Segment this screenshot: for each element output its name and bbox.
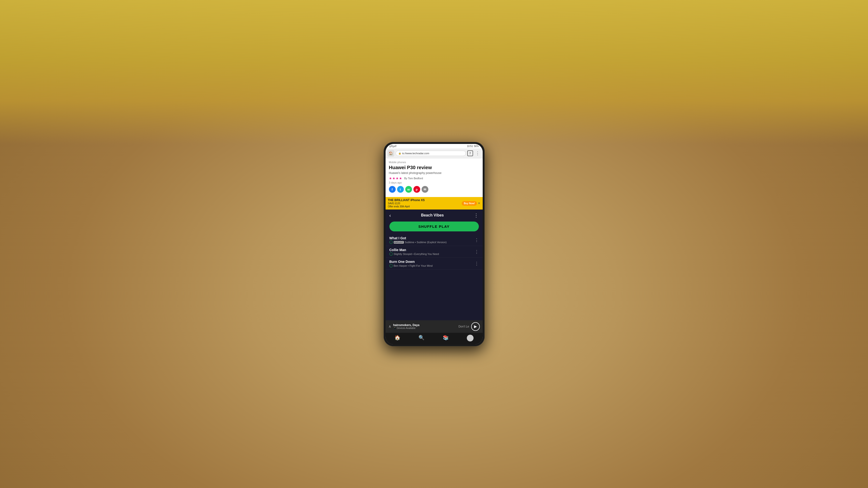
song-meta: ↓ Slightly Stoopid • Everything You Need: [390, 252, 472, 256]
phone-device: giffgaff 10:51 56% 🏠 🔒 is://www.techrada…: [384, 142, 485, 346]
pinterest-share-icon[interactable]: p: [413, 186, 420, 193]
now-playing-title: hainsmokers, Daya: [393, 323, 457, 327]
song-title: Burn One Down: [390, 260, 472, 264]
ad-close-button[interactable]: ✕: [478, 202, 480, 205]
battery-label: 56%: [474, 145, 478, 148]
lock-icon: 🔒: [398, 152, 401, 155]
song-info: What I Got ↓ EXPLICIT Sublime • Sublime …: [390, 236, 472, 244]
browser-toolbar: 🏠 🔒 is://www.techradar.com 7 ⋮: [385, 149, 483, 158]
status-right: 10:51 56%: [467, 145, 478, 148]
article-meta: ★★★★ By Tom Bedford: [389, 176, 479, 180]
library-icon: 📚: [443, 335, 449, 340]
now-playing-device: 📱 Devices Available: [393, 327, 457, 329]
time-label: 10:51: [467, 145, 473, 148]
song-meta: ↓ Ben Harper • Fight For Your Mind: [390, 264, 472, 267]
nav-library[interactable]: 📚: [443, 335, 449, 341]
article-title: Huawei P30 review: [389, 165, 479, 170]
song-artist-album: Slightly Stoopid • Everything You Need: [394, 253, 439, 255]
ad-content: THE BRILLIANT iPhone XS SAVE £120 Offer …: [388, 198, 425, 208]
article-date: 3 days ago: [389, 181, 479, 184]
song-title: Collie Man: [390, 248, 472, 252]
status-bar: giffgaff 10:51 56%: [385, 144, 483, 149]
download-icon: ↓: [390, 252, 393, 256]
ad-expiry: Offer ends 30th April: [388, 205, 425, 208]
rating-stars: ★★★★: [389, 176, 402, 180]
article-category: Mobile phones: [389, 161, 479, 164]
browser-home-button[interactable]: 🏠: [388, 150, 394, 157]
download-icon: ↓: [390, 264, 393, 267]
nav-profile[interactable]: [467, 335, 473, 341]
whatsapp-share-icon[interactable]: w: [405, 186, 412, 193]
explicit-badge: EXPLICIT: [394, 241, 404, 243]
browser-url-bar[interactable]: 🔒 is://www.techradar.com: [396, 151, 466, 156]
nav-home[interactable]: 🏠: [395, 335, 400, 341]
article-subtitle: Huawei's latest photography powerhouse: [389, 171, 479, 175]
song-item: What I Got ↓ EXPLICIT Sublime • Sublime …: [385, 234, 483, 246]
playlist-title: Beach Vibes: [421, 213, 444, 218]
download-icon: ↓: [390, 240, 393, 244]
spotify-app: ‹ Beach Vibes ⋮ SHUFFLE PLAY What I Got …: [385, 209, 483, 344]
article-author: By Tom Bedford: [404, 177, 423, 180]
bottom-navigation: 🏠 🔍 📚: [385, 333, 483, 344]
song-more-button[interactable]: ⋮: [472, 249, 479, 255]
tab-count-badge[interactable]: 7: [467, 151, 473, 156]
now-playing-expand-icon[interactable]: ∧: [389, 324, 391, 329]
now-playing-info: hainsmokers, Daya 📱 Devices Available: [393, 323, 457, 329]
ad-savings: SAVE £120: [388, 202, 425, 205]
home-icon: 🏠: [395, 335, 400, 340]
song-title: What I Got: [390, 236, 472, 240]
spotify-header: ‹ Beach Vibes ⋮: [385, 209, 483, 220]
ad-buy-button[interactable]: Buy Now!: [462, 201, 477, 206]
back-button[interactable]: ‹: [390, 213, 391, 218]
article-content: Mobile phones Huawei P30 review Huawei's…: [385, 158, 483, 197]
song-list: What I Got ↓ EXPLICIT Sublime • Sublime …: [385, 234, 483, 320]
ad-title: THE BRILLIANT iPhone XS: [388, 198, 425, 202]
browser-menu-button[interactable]: ⋮: [474, 150, 481, 156]
play-pause-button[interactable]: ▶: [471, 322, 480, 331]
song-info: Collie Man ↓ Slightly Stoopid • Everythi…: [390, 248, 472, 256]
song-more-button[interactable]: ⋮: [472, 237, 479, 243]
banana-decoration: [0, 0, 868, 144]
song-artist-album: Ben Harper • Fight For Your Mind: [394, 264, 433, 267]
search-icon: 🔍: [418, 335, 425, 340]
devices-icon: 📱: [393, 327, 396, 329]
profile-avatar: [467, 335, 473, 341]
song-info: Burn One Down ↓ Ben Harper • Fight For Y…: [390, 260, 472, 267]
twitter-share-icon[interactable]: t: [397, 186, 404, 193]
phone-case: giffgaff 10:51 56% 🏠 🔒 is://www.techrada…: [384, 142, 485, 346]
facebook-share-icon[interactable]: f: [389, 186, 396, 193]
song-item: Collie Man ↓ Slightly Stoopid • Everythi…: [385, 246, 483, 258]
now-playing-bar[interactable]: ∧ hainsmokers, Daya 📱 Devices Available …: [385, 320, 483, 333]
carrier-label: giffgaff: [390, 145, 397, 148]
song-more-button[interactable]: ⋮: [472, 261, 479, 266]
song-artist-album: Sublime • Sublime (Explicit Version): [405, 241, 446, 243]
url-text: is://www.techradar.com: [402, 152, 429, 155]
social-share-icons: f t w p ✉: [389, 186, 479, 193]
shuffle-play-button[interactable]: SHUFFLE PLAY: [390, 222, 479, 231]
song-meta: ↓ EXPLICIT Sublime • Sublime (Explicit V…: [390, 240, 472, 244]
devices-label: Devices Available: [397, 327, 415, 329]
email-share-icon[interactable]: ✉: [422, 186, 428, 193]
playlist-more-button[interactable]: ⋮: [474, 213, 478, 218]
phone-screen: giffgaff 10:51 56% 🏠 🔒 is://www.techrada…: [385, 144, 483, 344]
now-playing-track-label: Don't Le: [458, 325, 469, 328]
ad-controls: Buy Now! ✕: [462, 201, 480, 206]
nav-search[interactable]: 🔍: [418, 335, 425, 341]
song-item: Burn One Down ↓ Ben Harper • Fight For Y…: [385, 258, 483, 269]
advertisement-banner: THE BRILLIANT iPhone XS SAVE £120 Offer …: [385, 197, 483, 209]
